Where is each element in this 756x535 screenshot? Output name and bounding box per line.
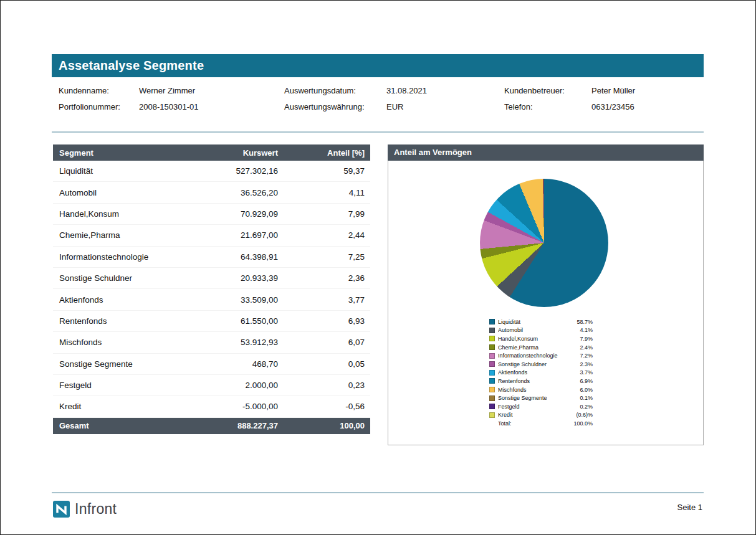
- cell-segment: Rentenfonds: [59, 316, 181, 326]
- legend-percent: 7.9%: [568, 336, 593, 342]
- legend-label: Handel,Konsum: [498, 336, 565, 342]
- cell-anteil: 6,07: [278, 338, 365, 347]
- legend-item: Sonstige Schuldner 2.3%: [489, 360, 593, 369]
- cell-anteil: 2,44: [278, 230, 365, 240]
- pie-chart: [480, 179, 608, 307]
- meta-label-telefon: Telefon:: [504, 102, 591, 111]
- legend-percent: 6.0%: [568, 387, 593, 393]
- cell-segment: Festgeld: [59, 381, 181, 390]
- meta-value-kundenname: Werner Zimmer: [139, 86, 284, 95]
- legend-item: Automobil 4.1%: [489, 326, 593, 335]
- legend-total-label: Total:: [498, 420, 565, 427]
- legend-percent: 0.2%: [568, 404, 593, 410]
- cell-segment: Sonstige Segmente: [59, 359, 181, 369]
- segment-table: Segment Kurswert Anteil [%] Liquidität 5…: [53, 144, 370, 434]
- legend-swatch: [489, 361, 495, 367]
- cell-kurswert: 468,70: [181, 359, 278, 369]
- cell-anteil: 7,25: [278, 252, 365, 262]
- table-row: Informationstechnologie 64.398,91 7,25: [53, 247, 370, 268]
- legend-item: Aktienfonds 3.7%: [489, 369, 593, 377]
- top-divider: [52, 131, 704, 133]
- legend-label: Mischfonds: [498, 387, 565, 393]
- cell-anteil: 3,77: [278, 295, 365, 305]
- legend-label: Festgeld: [498, 404, 565, 410]
- cell-kurswert: 20.933,39: [181, 273, 278, 283]
- cell-kurswert: 53.912,93: [181, 338, 278, 347]
- total-label: Gesamt: [59, 421, 181, 430]
- legend-item: Liquidität 58.7%: [489, 318, 593, 326]
- page-number: Seite 1: [677, 503, 702, 512]
- legend-percent: 6.9%: [568, 378, 593, 384]
- legend-swatch-blank: [489, 420, 495, 426]
- table-row: Aktienfonds 33.509,00 3,77: [53, 289, 370, 310]
- footer-divider: [52, 492, 704, 493]
- legend-label: Automobil: [498, 327, 565, 333]
- legend-swatch: [489, 378, 495, 384]
- cell-segment: Liquidität: [59, 166, 181, 176]
- legend-swatch: [489, 344, 495, 350]
- table-body: Liquidität 527.302,16 59,37 Automobil 36…: [53, 161, 370, 418]
- brand-logo: Infront: [53, 501, 117, 518]
- report-meta: Kundenname: Werner Zimmer Auswertungsdat…: [52, 82, 704, 115]
- cell-anteil: 0,05: [278, 359, 365, 369]
- table-row: Chemie,Pharma 21.697,00 2,44: [53, 225, 370, 246]
- legend-label: Liquidität: [498, 319, 565, 325]
- cell-segment: Kredit: [59, 402, 181, 411]
- brand-name: Infront: [75, 501, 117, 518]
- chart-panel-body: Liquidität 58.7% Automobil 4.1% Handel,K…: [388, 161, 704, 445]
- meta-label-auswertungswaehrung: Auswertungswährung:: [284, 102, 386, 111]
- legend-swatch: [489, 319, 495, 324]
- table-header-row: Segment Kurswert Anteil [%]: [53, 144, 370, 161]
- table-row: Festgeld 2.000,00 0,23: [53, 375, 370, 396]
- cell-kurswert: 527.302,16: [181, 166, 278, 176]
- cell-segment: Sonstige Schuldner: [59, 273, 181, 283]
- legend-item: Kredit (0.6)%: [489, 411, 593, 420]
- meta-value-portfolionummer: 2008-150301-01: [139, 102, 284, 111]
- meta-label-portfolionummer: Portfolionummer:: [59, 102, 139, 111]
- legend-swatch: [489, 353, 495, 359]
- cell-anteil: 7,99: [278, 209, 365, 219]
- legend-swatch: [489, 395, 495, 401]
- chart-panel: Anteil am Vermögen Liquidität 58.7% Auto…: [388, 144, 704, 445]
- table-row: Handel,Konsum 70.929,09 7,99: [53, 204, 370, 225]
- table-row: Automobil 36.526,20 4,11: [53, 182, 370, 203]
- table-total-row: Gesamt 888.227,37 100,00: [53, 418, 370, 434]
- legend-label: Kredit: [498, 412, 565, 418]
- page-title: Assetanalyse Segmente: [52, 54, 704, 77]
- cell-segment: Mischfonds: [59, 338, 181, 347]
- legend-item: Handel,Konsum 7.9%: [489, 334, 593, 343]
- col-header-kurswert: Kurswert: [181, 148, 278, 158]
- cell-anteil: 0,23: [278, 381, 365, 390]
- legend-swatch: [489, 387, 495, 392]
- legend-item: Chemie,Pharma 2.4%: [489, 343, 593, 352]
- col-header-segment: Segment: [59, 148, 181, 158]
- cell-kurswert: 36.526,20: [181, 188, 278, 197]
- legend-item: Rentenfonds 6.9%: [489, 377, 593, 386]
- meta-label-kundenname: Kundenname:: [59, 86, 139, 95]
- cell-kurswert: 64.398,91: [181, 252, 278, 262]
- total-kurswert: 888.227,37: [181, 421, 278, 430]
- legend-item: Festgeld 0.2%: [489, 402, 593, 411]
- cell-anteil: -0,56: [278, 402, 365, 411]
- report-page: Assetanalyse Segmente Kundenname: Werner…: [0, 0, 756, 535]
- meta-value-auswertungswaehrung: EUR: [386, 102, 504, 111]
- table-row: Liquidität 527.302,16 59,37: [53, 161, 370, 182]
- legend-swatch: [489, 412, 495, 418]
- legend-label: Rentenfonds: [498, 378, 565, 384]
- cell-segment: Handel,Konsum: [59, 209, 181, 219]
- legend-percent: 0.1%: [568, 395, 593, 401]
- legend-total-percent: 100.0%: [568, 420, 593, 427]
- total-anteil: 100,00: [278, 421, 365, 430]
- legend-percent: 4.1%: [568, 327, 593, 333]
- meta-value-auswertungsdatum: 31.08.2021: [386, 86, 504, 95]
- legend-swatch: [489, 370, 495, 376]
- table-row: Rentenfonds 61.550,00 6,93: [53, 311, 370, 332]
- legend-label: Aktienfonds: [498, 369, 565, 376]
- cell-anteil: 6,93: [278, 316, 365, 326]
- legend-total-row: Total: 100.0%: [489, 419, 593, 428]
- table-row: Mischfonds 53.912,93 6,07: [53, 332, 370, 353]
- meta-value-kundenbetreuer: Peter Müller: [591, 86, 704, 95]
- cell-kurswert: 33.509,00: [181, 295, 278, 305]
- table-row: Kredit -5.000,00 -0,56: [53, 396, 370, 417]
- table-row: Sonstige Schuldner 20.933,39 2,36: [53, 268, 370, 289]
